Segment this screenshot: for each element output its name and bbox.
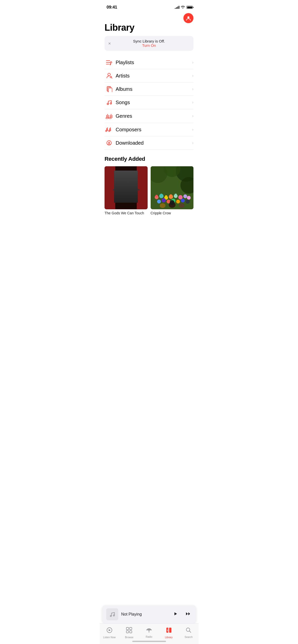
svg-point-13 bbox=[106, 117, 108, 119]
sync-message: Sync Library is Off. bbox=[109, 39, 189, 43]
svg-point-49 bbox=[161, 198, 166, 203]
svg-rect-23 bbox=[136, 166, 147, 209]
composers-icon bbox=[105, 127, 114, 133]
svg-point-29 bbox=[128, 177, 134, 184]
svg-line-34 bbox=[129, 187, 136, 189]
album-name-2: Cripple Crow bbox=[151, 211, 171, 215]
svg-point-11 bbox=[107, 103, 109, 105]
album-art-2 bbox=[151, 166, 194, 209]
svg-point-0 bbox=[187, 16, 189, 18]
sync-banner: ✕ Sync Library is Off. Turn On bbox=[105, 36, 193, 51]
svg-rect-55 bbox=[155, 195, 157, 197]
album-item-1[interactable]: The Gods We Can Touch bbox=[105, 166, 148, 215]
sync-close-button[interactable]: ✕ bbox=[108, 42, 111, 46]
album-item-2[interactable]: Cripple Crow bbox=[151, 166, 194, 215]
svg-point-18 bbox=[110, 130, 111, 131]
sync-text-container: Sync Library is Off. Turn On bbox=[109, 39, 189, 48]
svg-point-16 bbox=[107, 130, 108, 131]
svg-rect-28 bbox=[119, 183, 124, 194]
artists-label: Artists bbox=[116, 73, 192, 79]
albums-icon bbox=[105, 86, 114, 92]
menu-item-genres[interactable]: Genres › bbox=[105, 109, 193, 123]
svg-point-63 bbox=[170, 200, 174, 205]
svg-rect-10 bbox=[109, 88, 112, 92]
albums-chevron: › bbox=[192, 87, 193, 91]
status-time: 09:41 bbox=[107, 5, 117, 10]
downloaded-label: Downloaded bbox=[116, 140, 192, 146]
menu-item-composers[interactable]: Composers › bbox=[105, 123, 193, 136]
library-menu: Playlists › Artists › Albums › bbox=[100, 56, 198, 150]
svg-point-6 bbox=[110, 76, 112, 78]
svg-rect-57 bbox=[165, 195, 167, 198]
recently-added-section: Recently Added bbox=[100, 150, 198, 215]
svg-point-46 bbox=[183, 194, 187, 198]
downloaded-chevron: › bbox=[192, 141, 193, 145]
svg-point-62 bbox=[179, 203, 184, 208]
svg-point-27 bbox=[118, 177, 124, 184]
svg-rect-58 bbox=[170, 194, 172, 197]
svg-point-47 bbox=[187, 196, 190, 199]
avatar-container[interactable] bbox=[183, 13, 193, 23]
status-icons bbox=[175, 5, 193, 10]
album-grid: The Gods We Can Touch bbox=[105, 166, 193, 215]
menu-item-playlists[interactable]: Playlists › bbox=[105, 56, 193, 69]
svg-line-7 bbox=[112, 78, 112, 78]
menu-item-songs[interactable]: Songs › bbox=[105, 96, 193, 109]
svg-point-4 bbox=[110, 62, 112, 63]
artists-chevron: › bbox=[192, 73, 193, 78]
svg-point-5 bbox=[108, 73, 110, 76]
composers-label: Composers bbox=[116, 127, 192, 133]
recently-added-title: Recently Added bbox=[105, 156, 193, 162]
genres-chevron: › bbox=[192, 114, 193, 118]
svg-rect-30 bbox=[128, 183, 134, 194]
wifi-icon bbox=[181, 5, 185, 10]
songs-chevron: › bbox=[192, 100, 193, 105]
album-name-1: The Gods We Can Touch bbox=[105, 211, 144, 215]
genres-icon bbox=[105, 113, 114, 119]
svg-point-53 bbox=[181, 199, 185, 203]
svg-line-33 bbox=[116, 187, 122, 189]
songs-icon bbox=[105, 99, 114, 105]
svg-point-25 bbox=[122, 176, 129, 185]
svg-rect-24 bbox=[115, 166, 137, 209]
signal-icon bbox=[175, 6, 179, 9]
menu-item-albums[interactable]: Albums › bbox=[105, 83, 193, 96]
svg-rect-26 bbox=[122, 184, 129, 196]
playlists-chevron: › bbox=[192, 60, 193, 65]
avatar[interactable] bbox=[183, 13, 193, 23]
album-art-1 bbox=[105, 166, 148, 209]
playlists-label: Playlists bbox=[116, 60, 192, 65]
downloaded-icon bbox=[105, 140, 114, 146]
svg-rect-22 bbox=[105, 166, 116, 209]
svg-point-52 bbox=[176, 200, 180, 204]
svg-point-45 bbox=[178, 195, 182, 199]
sync-turn-on-button[interactable]: Turn On bbox=[142, 43, 156, 48]
svg-point-60 bbox=[159, 203, 165, 208]
status-bar: 09:41 bbox=[100, 0, 198, 12]
albums-label: Albums bbox=[116, 86, 192, 92]
svg-point-48 bbox=[157, 200, 161, 204]
playlists-icon bbox=[105, 59, 114, 65]
menu-item-downloaded[interactable]: Downloaded › bbox=[105, 136, 193, 150]
composers-chevron: › bbox=[192, 127, 193, 132]
battery-icon bbox=[186, 6, 193, 9]
songs-label: Songs bbox=[116, 100, 192, 105]
artists-icon bbox=[105, 73, 114, 79]
svg-rect-56 bbox=[160, 194, 162, 196]
genres-label: Genres bbox=[116, 113, 192, 119]
menu-item-artists[interactable]: Artists › bbox=[105, 69, 193, 83]
svg-point-54 bbox=[185, 199, 190, 204]
svg-rect-59 bbox=[175, 194, 177, 196]
svg-point-12 bbox=[110, 103, 112, 104]
